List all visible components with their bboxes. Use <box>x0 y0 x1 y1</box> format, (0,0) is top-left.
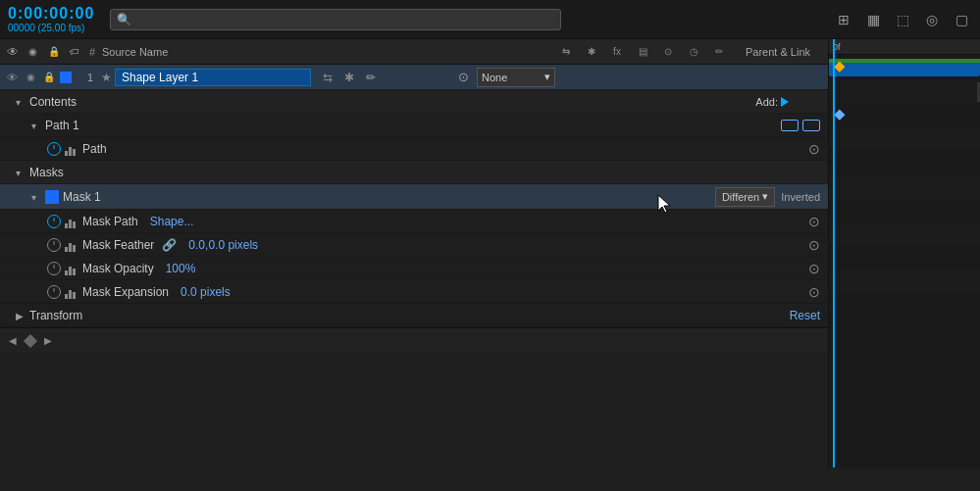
top-bar: 0:00:00:00 00000 (25.00 fps) ⊞ ▦ ⬚ ◎ ▢ <box>0 0 980 39</box>
mask-path-value[interactable]: Shape... <box>150 215 194 228</box>
add-button[interactable]: Add: <box>755 96 789 108</box>
mask-opacity-label: Mask Opacity <box>82 262 154 275</box>
solo-icon[interactable]: ◉ <box>25 41 41 63</box>
layer-lock-icon[interactable]: 🔒 <box>41 70 57 85</box>
path-sub-track <box>829 127 980 151</box>
mask-opacity-row: Mask Opacity 100% ⊙ <box>0 257 828 280</box>
mask-feather-value[interactable]: 0.0,0.0 pixels <box>188 238 258 252</box>
transform-chevron[interactable]: ▶ <box>16 311 26 320</box>
collapse-switch[interactable]: ⇆ <box>319 69 336 86</box>
mask-feather-right: ⊙ <box>808 237 828 253</box>
next-keyframe-btn[interactable]: ▶ <box>41 334 55 348</box>
path1-row: ▾ Path 1 <box>0 114 828 137</box>
playhead[interactable] <box>833 39 835 467</box>
mask1-row[interactable]: ▾ Mask 1 Differen ▾ Inverted <box>0 184 828 210</box>
contents-track <box>829 80 980 104</box>
left-panel: 👁 ◉ 🔒 🏷 # Source Name ⇆ ✱ fx ▤ ⊙ ◷ ✏ Par… <box>0 39 829 467</box>
mask-path-left: Mask Path Shape... <box>0 215 446 228</box>
mask-opacity-track <box>829 247 980 270</box>
mask-expansion-value[interactable]: 0.0 pixels <box>181 285 231 299</box>
mask-opacity-right: ⊙ <box>808 261 828 276</box>
mask-expansion-stopwatch[interactable] <box>47 285 61 299</box>
contents-row: ▾ Contents Add: <box>0 90 828 114</box>
parent-dropdown[interactable]: None ▾ <box>477 68 555 87</box>
star-icon: ★ <box>101 71 112 84</box>
inverted-label: Inverted <box>781 191 820 203</box>
spiral-icon: ⊙ <box>458 70 469 84</box>
path1-label: Path 1 <box>45 119 79 132</box>
layer-name-field[interactable]: Shape Layer 1 <box>115 69 311 86</box>
mask-feather-stopwatch[interactable] <box>47 238 61 252</box>
masks-chevron[interactable]: ▾ <box>16 168 26 177</box>
mask-path-row: Mask Path Shape... ⊙ <box>0 210 828 233</box>
path-reset-icon[interactable]: ⊙ <box>808 141 820 157</box>
green-stripe <box>829 59 980 63</box>
diamond-nav-btn[interactable] <box>24 333 37 347</box>
prev-keyframe-btn[interactable]: ◀ <box>6 334 20 348</box>
mask-expansion-left: Mask Expansion 0.0 pixels <box>0 285 446 299</box>
switch6-icon[interactable]: ◷ <box>683 41 704 63</box>
transform-label: Transform <box>29 309 82 322</box>
mask-feather-label: Mask Feather <box>82 238 154 252</box>
quality-switch[interactable]: ✱ <box>340 69 358 86</box>
switch7-icon[interactable]: ✏ <box>708 41 730 63</box>
mask-mode-dropdown[interactable]: Differen ▾ <box>715 187 775 207</box>
layer1-bar <box>829 59 980 76</box>
mask-expansion-graph <box>65 285 78 299</box>
switch5-icon[interactable]: ⊙ <box>657 41 679 63</box>
layer-eye-icon[interactable]: 👁 <box>4 70 20 85</box>
timecode-main[interactable]: 0:00:00:00 <box>8 5 94 23</box>
frame-icon[interactable]: ▢ <box>951 9 972 30</box>
mask-feather-left: Mask Feather 🔗 0.0,0.0 pixels <box>0 238 446 252</box>
path-sub-label: Path <box>82 142 107 156</box>
top-icons: ⊞ ▦ ⬚ ◎ ▢ <box>833 9 972 30</box>
comp-icon[interactable]: ⊞ <box>833 9 854 30</box>
mask-path-stopwatch[interactable] <box>47 215 61 228</box>
layer-right-section: ⊙ None ▾ <box>458 68 555 87</box>
contents-chevron[interactable]: ▾ <box>16 97 26 107</box>
timeline-panel: 0f <box>829 39 980 467</box>
switch3-icon[interactable]: fx <box>606 41 628 63</box>
switch1-icon[interactable]: ⇆ <box>555 41 577 63</box>
add-triangle-icon <box>781 97 789 107</box>
timecode-block: 0:00:00:00 00000 (25.00 fps) <box>8 5 94 33</box>
path-sub-row: Path ⊙ <box>0 137 828 161</box>
transform-reset-value[interactable]: Reset <box>790 309 820 322</box>
source-name-header: Source Name <box>102 46 555 58</box>
masks-track <box>829 151 980 174</box>
mask1-chevron[interactable]: ▾ <box>31 192 41 202</box>
mask-opacity-reset-icon[interactable]: ⊙ <box>808 261 820 276</box>
globe-icon[interactable]: ◎ <box>921 9 943 30</box>
switch2-icon[interactable]: ✱ <box>581 41 602 63</box>
mask-expansion-reset-icon[interactable]: ⊙ <box>808 284 820 300</box>
path1-icon2[interactable] <box>802 120 820 131</box>
label-icon[interactable]: 🏷 <box>66 41 82 63</box>
timeline-ruler: 0f <box>829 39 980 55</box>
mask-path-track <box>829 200 980 223</box>
shape-layer-1-row[interactable]: 👁 ◉ 🔒 1 ★ Shape Layer 1 ⇆ ✱ ✏ ⊙ None <box>0 65 828 90</box>
path-sub-right: ⊙ <box>808 141 828 157</box>
path1-right-icons <box>781 120 828 131</box>
mask-path-right: ⊙ <box>808 214 828 229</box>
preview-icon[interactable]: ⬚ <box>892 9 913 30</box>
lock-icon[interactable]: 🔒 <box>45 41 62 63</box>
layer1-track <box>829 55 980 80</box>
switch4-icon[interactable]: ▤ <box>632 41 653 63</box>
mask-feather-reset-icon[interactable]: ⊙ <box>808 237 820 253</box>
render-icon[interactable]: ▦ <box>862 9 884 30</box>
path1-chevron[interactable]: ▾ <box>31 121 41 130</box>
mask-opacity-value[interactable]: 100% <box>166 262 196 275</box>
layer-solo-icon[interactable]: ◉ <box>23 70 38 85</box>
eye-icon[interactable]: 👁 <box>4 41 21 63</box>
search-input[interactable] <box>110 9 561 30</box>
pencil-switch[interactable]: ✏ <box>362 69 380 86</box>
link-icon: 🔗 <box>162 238 177 252</box>
add-label: Add: <box>755 96 778 108</box>
switches-header: ⇆ ✱ fx ▤ ⊙ ◷ ✏ <box>555 41 730 63</box>
mask-path-reset-icon[interactable]: ⊙ <box>808 214 820 229</box>
layer-label-icon[interactable] <box>60 72 72 83</box>
path-stopwatch-icon[interactable] <box>47 142 61 156</box>
parent-link-header: Parent & Link <box>746 46 824 58</box>
path1-icon1[interactable] <box>781 120 799 131</box>
mask-opacity-stopwatch[interactable] <box>47 262 61 275</box>
